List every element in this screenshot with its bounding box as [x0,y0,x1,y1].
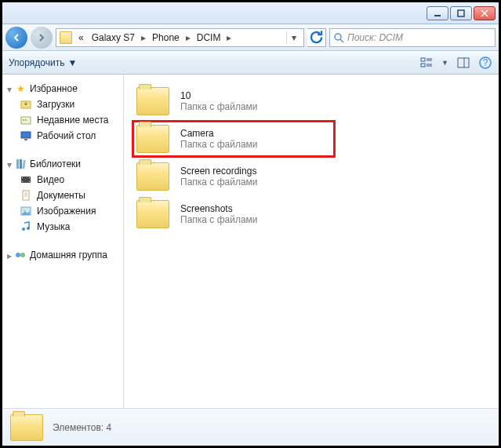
homegroup-group: ▸ Домашняя группа [5,247,120,263]
breadcrumb[interactable]: DCIM [194,31,224,45]
help-icon: ? [478,56,492,70]
svg-rect-6 [421,58,425,61]
folder-item[interactable]: Screen recordings Папка с файлами [132,158,336,195]
crumb-prefix: « [75,31,87,45]
status-folder-icon [10,414,43,441]
folder-type: Папка с файлами [180,177,258,188]
arrow-right-icon [37,33,46,42]
desktop-icon [20,129,32,142]
preview-pane-button[interactable] [456,56,470,70]
chevron-down-icon: ▾ [7,158,12,169]
folder-item[interactable]: 10 Папка с файлами [132,82,336,120]
documents-icon [20,189,32,202]
refresh-icon [307,28,325,46]
explorer-window: « Galaxy S7 ▸ Phone ▸ DCIM ▸ ▾ Поиск: DC… [2,2,499,446]
chevron-down-icon: ▾ [7,83,12,93]
svg-rect-29 [29,181,30,182]
svg-rect-20 [21,132,31,138]
svg-point-18 [23,119,24,121]
folder-type: Папка с файлами [180,214,258,225]
forward-button[interactable] [31,27,53,49]
search-input[interactable]: Поиск: DCIM [329,28,496,47]
svg-point-38 [16,253,20,257]
libraries-group: ▾ Библиотеки Видео Документы Изображения [5,156,120,235]
maximize-icon [457,9,465,17]
content-pane[interactable]: 10 Папка с файлами Camera Папка с файлам… [124,75,499,408]
preview-pane-icon [456,56,470,70]
body: ▾ ★ Избранное Загрузки Недавние места Ра… [2,75,499,408]
svg-point-19 [25,119,27,121]
folder-type: Папка с файлами [180,139,258,150]
close-button[interactable] [474,6,496,20]
arrow-left-icon [12,33,21,42]
sidebar-item-video[interactable]: Видео [5,172,120,188]
sidebar-item-downloads[interactable]: Загрузки [5,97,120,112]
svg-rect-28 [29,177,30,178]
folder-icon [136,162,169,191]
folder-name: Camera [180,128,258,139]
breadcrumb[interactable]: Phone [149,31,183,45]
back-button[interactable] [5,27,27,49]
help-button[interactable]: ? [478,56,492,70]
star-icon: ★ [14,82,27,95]
chevron-down-icon[interactable]: ▼ [441,59,448,67]
svg-rect-23 [20,159,22,169]
sidebar-item-recent[interactable]: Недавние места [5,112,120,128]
svg-point-35 [24,209,26,212]
minimize-button[interactable] [427,6,448,20]
folder-icon [60,31,72,44]
svg-rect-21 [24,139,27,140]
search-icon [333,32,344,43]
svg-line-5 [340,39,343,42]
sidebar-item-pictures[interactable]: Изображения [5,203,120,219]
recent-icon [20,114,32,126]
favorites-header[interactable]: ▾ ★ Избранное [5,81,120,97]
svg-text:?: ? [483,57,488,68]
libraries-label: Библиотеки [30,158,81,169]
sidebar-item-label: Музыка [37,221,70,232]
folder-item-highlighted[interactable]: Camera Папка с файлами [132,120,336,158]
folder-name: Screen recordings [180,166,258,177]
libraries-icon [14,158,27,170]
chevron-down-icon: ▼ [67,57,77,68]
sidebar-item-label: Рабочий стол [37,130,96,141]
sidebar-item-label: Недавние места [37,115,108,126]
maximize-button[interactable] [450,6,472,20]
svg-rect-27 [22,181,23,182]
svg-rect-24 [22,160,26,169]
chevron-right-icon: ▸ [225,32,233,43]
libraries-header[interactable]: ▾ Библиотеки [5,156,120,172]
folder-type: Папка с файлами [180,101,258,112]
chevron-right-icon: ▸ [184,32,192,43]
pictures-icon [20,205,32,217]
breadcrumb[interactable]: Galaxy S7 [89,31,138,45]
folder-name: 10 [180,90,258,101]
organize-label: Упорядочить [9,57,64,68]
folder-item[interactable]: Screenshots Папка с файлами [132,195,336,233]
titlebar [2,2,499,24]
folder-name: Screenshots [180,203,258,214]
sidebar-item-music[interactable]: Музыка [5,219,120,235]
folder-icon [136,200,169,228]
close-icon [481,9,488,17]
organize-button[interactable]: Упорядочить ▼ [9,57,77,68]
sidebar-item-desktop[interactable]: Рабочий стол [5,128,120,144]
homegroup-header[interactable]: ▸ Домашняя группа [5,247,120,263]
svg-rect-22 [16,159,19,169]
svg-rect-1 [458,10,464,16]
chevron-right-icon: ▸ [7,249,12,260]
homegroup-label: Домашняя группа [30,249,107,260]
sidebar-item-label: Загрузки [37,99,74,110]
svg-point-37 [27,227,30,230]
search-placeholder: Поиск: DCIM [347,32,403,43]
refresh-button[interactable] [307,28,326,47]
address-bar[interactable]: « Galaxy S7 ▸ Phone ▸ DCIM ▸ ▾ [56,28,304,47]
view-options-button[interactable] [419,56,434,70]
sidebar-item-label: Изображения [37,206,96,217]
chevron-right-icon: ▸ [140,32,147,43]
address-dropdown[interactable]: ▾ [286,32,300,43]
homegroup-icon [14,249,27,261]
svg-rect-7 [421,64,425,67]
sidebar-item-documents[interactable]: Документы [5,188,120,203]
svg-rect-26 [22,177,23,178]
